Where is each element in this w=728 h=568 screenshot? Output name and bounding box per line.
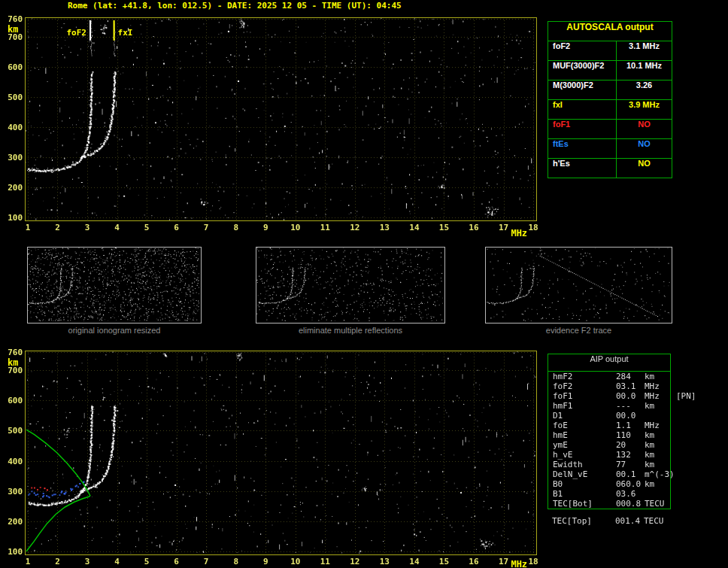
aip-param-note: [PN] <box>676 391 696 401</box>
autoscala-param-label: h'Es <box>548 159 617 178</box>
aip-param-label: hmF1 <box>548 401 616 411</box>
autoscala-row: ftEs NO <box>548 139 672 159</box>
autoscala-param-label: foF2 <box>548 41 617 60</box>
aip-param-label: hmE <box>548 430 616 440</box>
aip-param-value: 00.1 <box>616 469 645 479</box>
thumbnail-f2-trace-canvas <box>486 248 670 321</box>
autoscala-row: M(3000)F2 3.26 <box>548 80 672 100</box>
aip-param-unit: MHz <box>645 391 670 401</box>
aip-param-unit: km <box>645 479 670 489</box>
aip-param-label: TEC[Top] <box>548 516 615 526</box>
aip-row: foE 1.1 MHz <box>548 421 670 430</box>
aip-param-label: foF1 <box>548 391 616 401</box>
aip-param-label: D1 <box>548 411 616 421</box>
aip-param-unit: TECU <box>644 516 675 526</box>
autoscala-param-label: M(3000)F2 <box>548 80 617 99</box>
aip-param-value: 77 <box>616 460 645 469</box>
aip-param-value: 20 <box>616 440 645 450</box>
aip-param-unit: km <box>645 401 670 411</box>
aip-param-value: 000.8 <box>616 499 645 509</box>
station-title: Rome (lat: +41.8, lon: 012.5) - DATE: 20… <box>68 1 402 11</box>
aip-param-label: h_vE <box>548 450 616 460</box>
autoscala-row: foF1 NO <box>548 120 672 139</box>
thumbnail-original-canvas <box>28 248 199 321</box>
autoscala-row: MUF(3000)F2 10.1 MHz <box>548 61 672 80</box>
autoscala-param-value: NO <box>617 159 672 178</box>
aip-param-unit: TECU <box>645 499 670 509</box>
autoscala-app: Rome (lat: +41.8, lon: 012.5) - DATE: 20… <box>0 0 728 568</box>
aip-param-value: 03.6 <box>616 489 645 499</box>
aip-row: hmF1 --- km <box>548 401 670 411</box>
autoscala-row: h'Es NO <box>548 159 672 178</box>
thumbnail-original-ionogram <box>27 247 202 323</box>
autoscala-param-label: foF1 <box>548 120 617 138</box>
aip-param-unit: km <box>645 440 670 450</box>
autoscala-row: fxI 3.9 MHz <box>548 100 672 120</box>
aip-row: Ewidth 77 km <box>548 460 670 469</box>
aip-param-unit <box>645 411 670 421</box>
thumbnail-multiple-reflections <box>256 247 445 323</box>
aip-param-unit: MHz <box>645 381 670 391</box>
autoscala-panel-title: AUTOSCALA output <box>548 22 672 41</box>
autoscala-param-label: ftEs <box>548 139 617 158</box>
aip-row: ymE 20 km <box>548 440 670 450</box>
aip-param-value: 284 <box>616 372 645 381</box>
aip-param-label: DelN_vE <box>548 469 616 479</box>
thumbnail-caption-original: original ionogram resized <box>27 326 202 335</box>
autoscala-row: foF2 3.1 MHz <box>548 41 672 61</box>
aip-param-label: TEC[Bot] <box>548 499 616 509</box>
aip-output-panel: AIP output hmF2 284 km foF2 03.1 MHz foF… <box>548 354 671 509</box>
autoscala-param-value: 3.1 MHz <box>617 41 672 60</box>
thumbnail-caption-f2-trace: evidence F2 trace <box>485 326 672 335</box>
autoscala-param-label: fxI <box>548 100 617 119</box>
thumbnail-f2-trace <box>485 247 672 323</box>
aip-param-value: 110 <box>616 430 645 440</box>
aip-param-value: 00.0 <box>616 411 645 421</box>
aip-panel-title: AIP output <box>548 354 670 372</box>
autoscala-param-value: 10.1 MHz <box>617 61 672 80</box>
aip-param-label: B0 <box>548 479 616 489</box>
aip-row: B0 060.0 km <box>548 479 670 489</box>
profile-ionogram-canvas <box>0 345 549 568</box>
aip-param-label: hmF2 <box>548 372 616 381</box>
autoscala-param-label: MUF(3000)F2 <box>548 61 617 80</box>
aip-param-label: foE <box>548 421 616 430</box>
thumbnail-caption-reflections: eliminate multiple reflections <box>256 326 445 335</box>
aip-row: foF1 00.0 MHz [PN] <box>548 391 670 401</box>
aip-param-value: 03.1 <box>616 381 645 391</box>
aip-row: D1 00.0 <box>548 411 670 421</box>
aip-row: hmE 110 km <box>548 430 670 440</box>
aip-param-unit <box>645 489 670 499</box>
aip-param-unit: km <box>645 450 670 460</box>
aip-param-value: 001.4 <box>615 516 644 526</box>
aip-param-unit: km <box>645 460 670 469</box>
aip-param-label: ymE <box>548 440 616 450</box>
aip-row: h_vE 132 km <box>548 450 670 460</box>
aip-param-label: Ewidth <box>548 460 616 469</box>
aip-param-value: 132 <box>616 450 645 460</box>
aip-param-value: 1.1 <box>616 421 645 430</box>
aip-param-label: foF2 <box>548 381 616 391</box>
autoscala-param-value: 3.26 <box>617 80 672 99</box>
aip-row: B1 03.6 <box>548 489 670 499</box>
aip-row-tec-bottom: TEC[Bot] 000.8 TECU <box>548 499 670 509</box>
aip-row: foF2 03.1 MHz <box>548 381 670 391</box>
aip-row: DelN_vE 00.1 m^(-3) <box>548 469 670 479</box>
aip-param-label: B1 <box>548 489 616 499</box>
thumbnail-multiple-reflections-canvas <box>256 248 443 321</box>
aip-param-value: 00.0 <box>616 391 645 401</box>
main-ionogram-canvas <box>0 11 549 241</box>
autoscala-output-panel: AUTOSCALA output foF2 3.1 MHz MUF(3000)F… <box>548 21 672 178</box>
aip-row-tec-top: TEC[Top] 001.4 TECU <box>548 516 675 526</box>
aip-param-unit: km <box>645 372 670 381</box>
aip-param-value: 060.0 <box>616 479 645 489</box>
aip-row: hmF2 284 km <box>548 372 670 381</box>
aip-param-unit: MHz <box>645 421 670 430</box>
aip-param-unit: m^(-3) <box>645 469 675 479</box>
aip-param-unit: km <box>645 430 670 440</box>
autoscala-param-value: NO <box>617 139 672 158</box>
autoscala-param-value: NO <box>617 120 672 138</box>
autoscala-param-value: 3.9 MHz <box>617 100 672 119</box>
aip-param-value: --- <box>616 401 645 411</box>
